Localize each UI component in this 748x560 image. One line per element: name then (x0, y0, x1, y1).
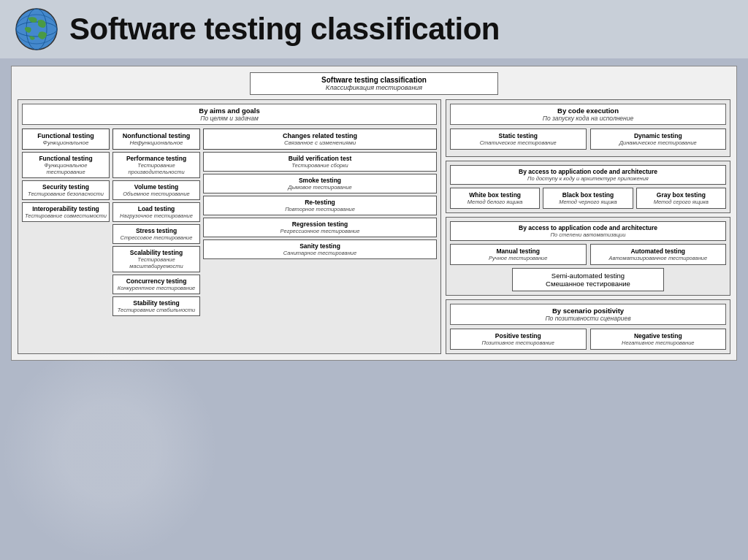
static-testing-box: Static testing Статическое тестирование (450, 129, 587, 150)
load-node: Load testing Нагрузочное тестирование (112, 202, 200, 222)
scenario-header: By scenario positivity По позитивности с… (450, 304, 726, 325)
dynamic-testing-box: Dynamic testing Динамическое тестировани… (590, 129, 727, 150)
automated-testing-box: Automated testing Автоматизированное тес… (590, 244, 727, 265)
manual-testing-box: Manual testing Ручное тестирование (450, 244, 587, 265)
scenario-positivity-section: By scenario positivity По позитивности с… (446, 299, 730, 354)
white-box-node: White box testing Метод белого ящика (450, 188, 540, 209)
positive-testing-box: Positive testing Позитивное тестирование (450, 329, 587, 350)
automation-header: By access to application code and archit… (450, 221, 726, 241)
code-exec-header: By code execution По запуску кода на исп… (450, 104, 726, 125)
scalability-node: Scalability testing Тестирование масштаб… (112, 246, 200, 272)
interoperability-node: Interoperability testing Тестирование со… (22, 202, 110, 222)
static-dynamic-row: Static testing Статическое тестирование … (450, 129, 726, 150)
diagram-container: Software testing classification Классифи… (11, 66, 737, 361)
smoke-node: Smoke testing Дымовое тестирование (203, 174, 437, 193)
access-code-section: By access to application code and archit… (446, 161, 730, 213)
changes-column: Changes related testing Связанное с изме… (203, 129, 437, 318)
black-box-node: Black box testing Метод черного ящика (543, 188, 633, 209)
white-black-gray-row: White box testing Метод белого ящика Bla… (450, 188, 726, 209)
left-column: By aims and goals По целям и задачам Fun… (18, 99, 441, 354)
main-columns: By aims and goals По целям и задачам Fun… (18, 99, 730, 354)
func-parent-main: Functional testing (25, 132, 107, 139)
semi-auto-wrap: Semi-automated testing Смешанное тестиро… (450, 268, 726, 291)
func-parent-sub: Функциональное (25, 139, 107, 146)
access-code-header: By access to application code and archit… (450, 165, 726, 185)
top-box-main: Software testing classification (256, 76, 492, 84)
svg-point-0 (16, 9, 57, 50)
stability-node: Stability testing Тестирование стабильно… (112, 296, 200, 316)
concurrency-node: Concurrency testing Конкурентное тестиро… (112, 275, 200, 294)
volume-node: Volume testing Объемное тестирование (112, 180, 200, 200)
nonfunctional-column: Nonfunctional testing Нефункциональное P… (112, 129, 200, 318)
top-box: Software testing classification Классифи… (250, 72, 498, 95)
header: Software testing classification (0, 0, 748, 58)
aims-main: By aims and goals (26, 107, 432, 115)
negative-testing-box: Negative testing Негативное тестирование (590, 329, 727, 350)
manual-automated-row: Manual testing Ручное тестирование Autom… (450, 244, 726, 265)
aims-three-col: Functional testing Функциональное Functi… (22, 129, 437, 318)
sanity-node: Sanity testing Санитарное тестирование (203, 239, 437, 259)
aims-sub: По целям и задачам (26, 115, 432, 122)
automation-section: By access to application code and archit… (446, 217, 730, 296)
semi-auto-box: Semi-automated testing Смешанное тестиро… (512, 268, 664, 291)
performance-node: Performance testing Тестирование произво… (112, 152, 200, 178)
build-verification-node: Build verification test Тестирование сбо… (203, 152, 437, 172)
security-testing-node: Security testing Тестирование безопаснос… (22, 180, 110, 200)
retesting-node: Re-testing Повторное тестирование (203, 196, 437, 215)
globe-icon (15, 7, 58, 51)
top-box-sub: Классификация тестирования (256, 84, 492, 91)
code-execution-section: By code execution По запуску кода на исп… (446, 99, 730, 157)
functional-child-0: Functional testing Функциональное тестир… (22, 152, 110, 178)
functional-column: Functional testing Функциональное Functi… (22, 129, 110, 318)
changes-parent: Changes related testing Связанное с изме… (203, 129, 437, 150)
regression-node: Regression testing Регрессионное тестиро… (203, 218, 437, 237)
page-title: Software testing classification (69, 12, 500, 47)
nonfunctional-parent: Nonfunctional testing Нефункциональное (112, 129, 200, 150)
stress-node: Stress testing Стрессовое тестирование (112, 224, 200, 244)
functional-parent: Functional testing Функциональное (22, 129, 110, 150)
aims-header: By aims and goals По целям и задачам (22, 104, 437, 125)
pos-neg-row: Positive testing Позитивное тестирование… (450, 329, 726, 350)
gray-box-node: Gray box testing Метод серого ящика (636, 188, 726, 209)
right-column: By code execution По запуску кода на исп… (446, 99, 730, 354)
